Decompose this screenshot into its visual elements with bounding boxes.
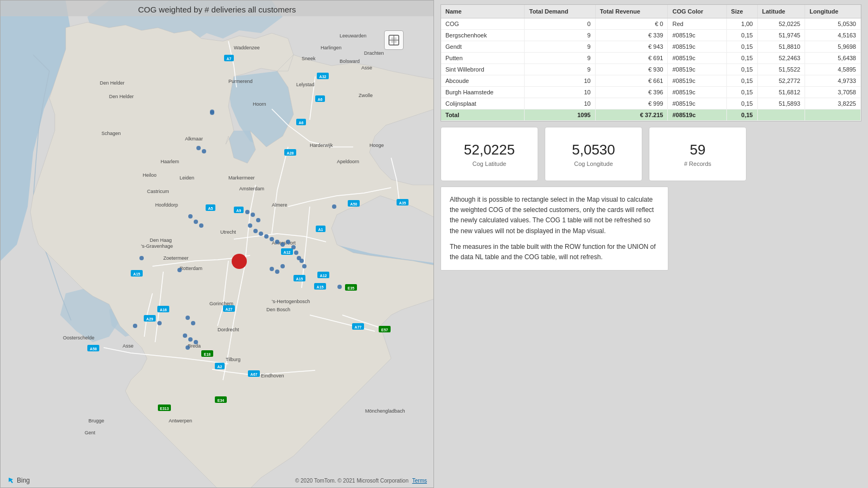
svg-text:Den Bosch: Den Bosch xyxy=(266,307,290,312)
svg-point-130 xyxy=(139,256,144,260)
svg-point-123 xyxy=(210,111,214,115)
cell-name: Burgh Haamstede xyxy=(441,87,525,98)
svg-text:'s-Hertogenbosch: 's-Hertogenbosch xyxy=(272,299,310,304)
col-header-lat: Latitude xyxy=(757,5,805,18)
map-copyright: © 2020 TomTom. © 2021 Microsoft Corporat… xyxy=(295,478,427,484)
cell-name: Putten xyxy=(441,53,525,64)
svg-text:Dordrecht: Dordrecht xyxy=(218,327,239,332)
col-header-demand: Total Demand xyxy=(525,5,595,18)
cell-color: #08519c xyxy=(668,30,726,41)
notes-panel: Although it is possible to rectangle sel… xyxy=(441,187,668,271)
kpi-card-0: 52,0225 Cog Latitude xyxy=(441,127,538,181)
data-table-container: Name Total Demand Total Revenue COG Colo… xyxy=(441,4,861,121)
table-total-row: Total 1095 € 37.215 #08519c 0,15 xyxy=(441,110,861,121)
cell-revenue: € 691 xyxy=(595,53,668,64)
svg-point-136 xyxy=(133,324,137,328)
svg-text:Eindhoven: Eindhoven xyxy=(261,373,284,378)
cell-size: 0,15 xyxy=(726,98,757,110)
map-svg-container: A7 A6 A6 A1 A9 A12 A12 A15 A15 xyxy=(1,1,433,487)
svg-point-121 xyxy=(270,267,274,271)
svg-text:E35: E35 xyxy=(348,286,355,290)
cell-demand: 10 xyxy=(525,87,595,98)
table-row: Colijnsplaat 10 € 999 #08519c 0,15 51,58… xyxy=(441,98,861,110)
cell-total-lat xyxy=(757,110,805,121)
cell-lat: 52,0225 xyxy=(757,18,805,30)
map-panel: COG weighted by # deliveries all custome… xyxy=(0,0,434,488)
cell-lon: 4,5895 xyxy=(805,64,861,75)
svg-text:Harlingen: Harlingen xyxy=(321,45,342,50)
cell-lon: 3,7058 xyxy=(805,87,861,98)
cell-lon: 3,8225 xyxy=(805,98,861,110)
cell-demand: 10 xyxy=(525,98,595,110)
table-body: COG 0 € 0 Red 1,00 52,0225 5,0530 Bergsc… xyxy=(441,18,861,121)
svg-point-127 xyxy=(188,337,193,342)
table-row: Abcoude 10 € 661 #08519c 0,15 52,2772 4,… xyxy=(441,75,861,87)
svg-point-126 xyxy=(183,333,187,338)
svg-text:Utrecht: Utrecht xyxy=(220,229,237,235)
cell-color: #08519c xyxy=(668,75,726,87)
svg-text:Hooge: Hooge xyxy=(369,143,384,148)
terms-link[interactable]: Terms xyxy=(412,478,427,484)
svg-point-125 xyxy=(191,321,195,325)
cell-lat: 52,2772 xyxy=(757,75,805,87)
table-header-row: Name Total Demand Total Revenue COG Colo… xyxy=(441,5,861,18)
cell-lat: 52,2463 xyxy=(757,53,805,64)
table-row: Putten 9 € 691 #08519c 0,15 52,2463 5,64… xyxy=(441,53,861,64)
svg-text:E34: E34 xyxy=(218,399,225,402)
cell-size: 0,15 xyxy=(726,64,757,75)
svg-text:Castricum: Castricum xyxy=(147,189,169,194)
svg-point-124 xyxy=(186,316,190,320)
cell-lon: 4,9733 xyxy=(805,75,861,87)
svg-point-112 xyxy=(280,242,285,247)
svg-text:Gorinchem: Gorinchem xyxy=(209,301,233,306)
map-title: COG weighted by # deliveries all custome… xyxy=(1,1,433,16)
cell-color: #08519c xyxy=(668,87,726,98)
cell-lon: 4,5163 xyxy=(805,30,861,41)
cell-name: Bergschenhoek xyxy=(441,30,525,41)
cell-revenue: € 661 xyxy=(595,75,668,87)
cell-lat: 51,5522 xyxy=(757,64,805,75)
cell-size: 0,15 xyxy=(726,75,757,87)
svg-point-134 xyxy=(194,220,198,224)
cell-color: #08519c xyxy=(668,98,726,110)
cell-demand: 9 xyxy=(525,64,595,75)
cell-demand: 9 xyxy=(525,30,595,41)
svg-text:Leeuwarden: Leeuwarden xyxy=(340,33,367,38)
cell-demand: 9 xyxy=(525,41,595,53)
svg-text:Waddenzee: Waddenzee xyxy=(234,45,260,50)
cell-total-color: #08519c xyxy=(668,110,726,121)
kpi-card-2: 59 # Records xyxy=(649,127,746,181)
cell-size: 1,00 xyxy=(726,18,757,30)
right-panel: Name Total Demand Total Revenue COG Colo… xyxy=(434,0,868,488)
kpi-card-1: 5,0530 Cog Longitude xyxy=(545,127,642,181)
cell-lat: 51,9745 xyxy=(757,30,805,41)
svg-rect-142 xyxy=(391,37,397,43)
cell-total-label: Total xyxy=(441,110,525,121)
svg-text:A29: A29 xyxy=(146,317,154,321)
map-tool-button[interactable] xyxy=(384,30,404,50)
svg-point-108 xyxy=(259,232,263,236)
svg-text:E18: E18 xyxy=(204,352,211,356)
svg-point-129 xyxy=(186,345,190,350)
col-header-name: Name xyxy=(441,5,525,18)
svg-text:Brugge: Brugge xyxy=(88,418,104,423)
svg-text:Hoofddorp: Hoofddorp xyxy=(155,202,178,208)
svg-text:Mönchengladbach: Mönchengladbach xyxy=(365,408,405,414)
svg-text:Asse: Asse xyxy=(361,65,372,70)
cell-total-revenue: € 37.215 xyxy=(595,110,668,121)
table-row: Bergschenhoek 9 € 339 #08519c 0,15 51,97… xyxy=(441,30,861,41)
cell-name: Abcoude xyxy=(441,75,525,87)
svg-text:Antwerpen: Antwerpen xyxy=(169,418,192,423)
cell-color: #08519c xyxy=(668,64,726,75)
kpi-label-0: Cog Latitude xyxy=(473,160,506,167)
svg-point-114 xyxy=(291,245,296,249)
svg-point-131 xyxy=(177,268,182,272)
svg-text:Sneek: Sneek xyxy=(302,56,316,61)
kpi-label-1: Cog Longitude xyxy=(574,160,613,167)
svg-text:Hoorn: Hoorn xyxy=(253,101,266,107)
col-header-revenue: Total Revenue xyxy=(595,5,668,18)
svg-text:Haarlem: Haarlem xyxy=(161,159,179,164)
svg-text:A7: A7 xyxy=(227,57,232,61)
cell-size: 0,15 xyxy=(726,30,757,41)
svg-text:A6: A6 xyxy=(318,98,323,101)
